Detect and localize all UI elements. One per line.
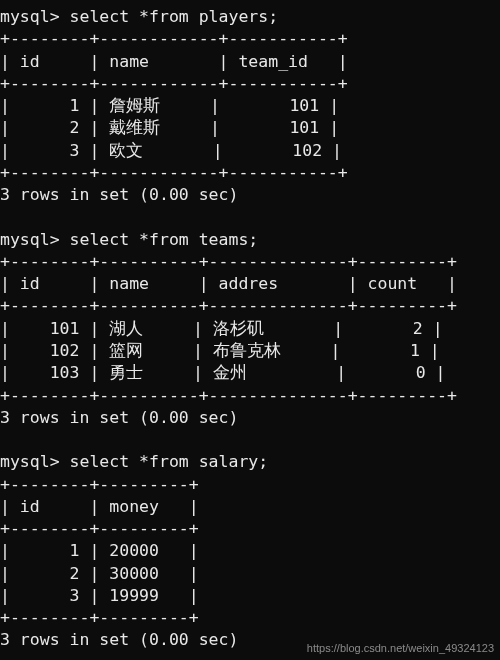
terminal-output: mysql> select *from players; +--------+-… <box>0 6 500 652</box>
watermark: https://blog.csdn.net/weixin_49324123 <box>307 641 494 656</box>
